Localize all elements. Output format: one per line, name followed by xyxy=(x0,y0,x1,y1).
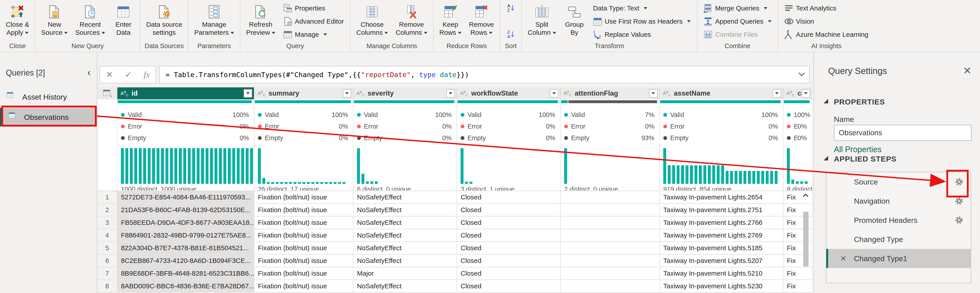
cell-summary[interactable]: Fixation (bolt/nut) issue xyxy=(255,242,353,255)
ribbon-button-merge-queries[interactable]: Merge Queries xyxy=(702,3,774,14)
cell-assetName[interactable]: Taxiway In-pavement Lights.5230 xyxy=(660,280,783,293)
ribbon-button-properties[interactable]: Properties xyxy=(281,3,346,14)
cell-workflowState[interactable]: Closed xyxy=(457,255,561,268)
filter-dropdown-icon[interactable] xyxy=(343,89,351,97)
column-header-assetName[interactable]: ABC assetName xyxy=(660,88,783,99)
query-item-asset-history[interactable]: Asset History xyxy=(0,89,97,104)
cell-assetName[interactable]: Taxiway In-pavement Lights.2751 xyxy=(660,204,783,217)
filter-dropdown-icon[interactable] xyxy=(446,89,455,97)
ribbon-button-data-source-settings[interactable]: Data sourcesettings xyxy=(143,2,185,41)
ribbon-button-sort-za-icon[interactable]: ZA xyxy=(504,29,517,40)
cell-id[interactable]: 8C2EB867-4733-4120-8A6D-1B094F3CE... xyxy=(118,255,255,268)
applied-step-navigation[interactable]: Navigation xyxy=(826,191,970,210)
commit-formula-icon[interactable]: ✓ xyxy=(125,70,132,79)
step-settings-gear-icon[interactable] xyxy=(954,196,964,206)
row-number[interactable]: 5 xyxy=(97,242,118,255)
ribbon-button-replace-values[interactable]: 12Replace Values xyxy=(591,29,693,40)
cell-id[interactable]: FB58EEDA-D9DA-4DF3-8677-A903EAA18... xyxy=(118,217,255,229)
collapse-steps-icon[interactable] xyxy=(824,156,828,161)
column-header-summary[interactable]: ABC summary xyxy=(255,88,353,99)
table-vertical-scrollbar[interactable] xyxy=(802,191,810,293)
row-number[interactable]: 7 xyxy=(97,268,118,280)
collapse-properties-icon[interactable] xyxy=(824,99,828,104)
fx-icon[interactable]: fx xyxy=(144,70,150,79)
cell-assetName[interactable]: Taxiway In-pavement Lights.5210 xyxy=(660,268,783,280)
cell-workflowState[interactable]: Closed xyxy=(457,229,561,242)
ribbon-button-sort-az-icon[interactable]: AZ xyxy=(504,3,517,14)
filter-dropdown-icon[interactable] xyxy=(802,89,810,97)
ribbon-button-vision[interactable]: Vision xyxy=(782,16,871,27)
query-item-observations[interactable]: Observations xyxy=(0,108,97,127)
cell-id[interactable]: 822A304D-B7E7-4378-B81E-81B504521... xyxy=(118,242,255,255)
collapse-pane-icon[interactable]: ‹ xyxy=(87,67,91,78)
cell-workflowState[interactable]: Closed xyxy=(457,268,561,280)
ribbon-button-new-source[interactable]: NewSource xyxy=(38,2,70,41)
ribbon-button-text-analytics[interactable]: Text Analytics xyxy=(782,3,871,14)
ribbon-button-refresh-preview[interactable]: RefreshPreview xyxy=(243,2,278,41)
cell-id[interactable]: 5272DE73-E854-4084-BA46-E111970593... xyxy=(118,191,255,204)
cell-assetName[interactable]: Taxiway In-pavement Lights.5185 xyxy=(660,242,783,255)
cell-summary[interactable]: Fixation (bolt/nut) issue xyxy=(255,229,353,242)
cell-severity[interactable]: NoSafetyEffect xyxy=(353,204,457,217)
ribbon-button-remove-rows[interactable]: RemoveRows xyxy=(466,2,497,41)
row-number[interactable]: 3 xyxy=(97,217,118,229)
cell-workflowState[interactable]: Closed xyxy=(457,204,561,217)
cell-attentionFlag[interactable] xyxy=(561,268,660,280)
column-header-workflowState[interactable]: ABC workflowState xyxy=(457,88,561,99)
scrollbar-thumb[interactable] xyxy=(803,212,808,266)
ribbon-button-manage-parameters[interactable]: ManageParameters xyxy=(191,2,237,41)
cell-id[interactable]: 8B9E68DF-3BFB-4648-8281-6523C31BB6... xyxy=(118,268,255,280)
cell-attentionFlag[interactable] xyxy=(561,217,660,229)
cell-id[interactable]: 21DA53F6-B60C-4FAB-8139-62D53150E... xyxy=(118,204,255,217)
cancel-formula-icon[interactable]: ✕ xyxy=(106,70,113,79)
query-name-input[interactable] xyxy=(834,125,972,141)
cell-summary[interactable]: Fixation (bolt/nut) issue xyxy=(255,255,353,268)
ribbon-button-append-queries[interactable]: Append Queries xyxy=(702,16,774,27)
cell-workflowState[interactable]: Closed xyxy=(457,191,561,204)
row-number[interactable]: 8 xyxy=(97,280,118,293)
cell-severity[interactable]: Major xyxy=(353,268,457,280)
cell-attentionFlag[interactable] xyxy=(561,255,660,268)
cell-workflowState[interactable]: Closed xyxy=(457,280,561,293)
filter-dropdown-icon[interactable] xyxy=(649,89,657,97)
cell-severity[interactable]: NoSafetyEffect xyxy=(353,229,457,242)
ribbon-button-group-by[interactable]: GroupBy xyxy=(561,2,588,41)
ribbon-button-keep-rows[interactable]: KeepRows xyxy=(437,2,464,41)
ribbon-button-use-first-row-as-headers[interactable]: Use First Row as Headers xyxy=(591,16,693,27)
applied-step-source[interactable]: Source xyxy=(826,172,970,191)
cell-id[interactable]: F8864901-2832-49BD-9799-0127E75AE8... xyxy=(118,229,255,242)
ribbon-button-split-column[interactable]: SplitColumn xyxy=(525,2,558,41)
cell-summary[interactable]: Fixation (bolt/nut) issue xyxy=(255,217,353,229)
filter-dropdown-icon[interactable] xyxy=(550,89,558,97)
cell-attentionFlag[interactable] xyxy=(561,229,660,242)
cell-assetName[interactable]: Taxiway In-pavement Lights.5207 xyxy=(660,255,783,268)
scroll-up-icon[interactable] xyxy=(803,193,808,199)
row-number[interactable]: 4 xyxy=(97,229,118,242)
formula-input[interactable]: = Table.TransformColumnTypes(#"Changed T… xyxy=(159,66,810,83)
ribbon-button-close-apply[interactable]: Close &Apply xyxy=(3,2,32,41)
column-header-attentionFlag[interactable]: ABC attentionFlag xyxy=(561,88,660,99)
cell-summary[interactable]: Fixation (bolt/nut) issue xyxy=(255,191,353,204)
cell-assetName[interactable]: Taxiway In-pavement Lights.2769 xyxy=(660,229,783,242)
ribbon-button-choose-columns[interactable]: ChooseColumns xyxy=(354,2,391,41)
filter-dropdown-icon[interactable] xyxy=(243,89,252,97)
cell-severity[interactable]: NoSafetyEffect xyxy=(353,242,457,255)
row-number[interactable]: 1 xyxy=(97,191,118,204)
ribbon-button-remove-columns[interactable]: RemoveColumns xyxy=(393,2,430,41)
cell-severity[interactable]: NoSafetyEffect xyxy=(353,191,457,204)
ribbon-button-azure-machine-learning[interactable]: Azure Machine Learning xyxy=(782,29,871,40)
cell-severity[interactable]: NoSafetyEffect xyxy=(353,280,457,293)
cell-severity[interactable]: NoSafetyEffect xyxy=(353,255,457,268)
cell-workflowState[interactable]: Closed xyxy=(457,242,561,255)
applied-step-promoted-headers[interactable]: Promoted Headers xyxy=(826,210,970,230)
row-number[interactable]: 2 xyxy=(97,204,118,217)
cell-attentionFlag[interactable] xyxy=(561,280,660,293)
column-header-ca[interactable]: ABC ca xyxy=(783,88,812,99)
cell-attentionFlag[interactable] xyxy=(561,191,660,204)
cell-workflowState[interactable]: Closed xyxy=(457,217,561,229)
cell-summary[interactable]: Fixation (bolt/nut) issue xyxy=(255,280,353,293)
cell-assetName[interactable]: Taxiway In-pavement Lights.2654 xyxy=(660,191,783,204)
column-header-severity[interactable]: ABC severity xyxy=(353,88,457,99)
cell-assetName[interactable]: Taxiway In-pavement Lights.2766 xyxy=(660,217,783,229)
row-number[interactable]: 6 xyxy=(97,255,118,268)
